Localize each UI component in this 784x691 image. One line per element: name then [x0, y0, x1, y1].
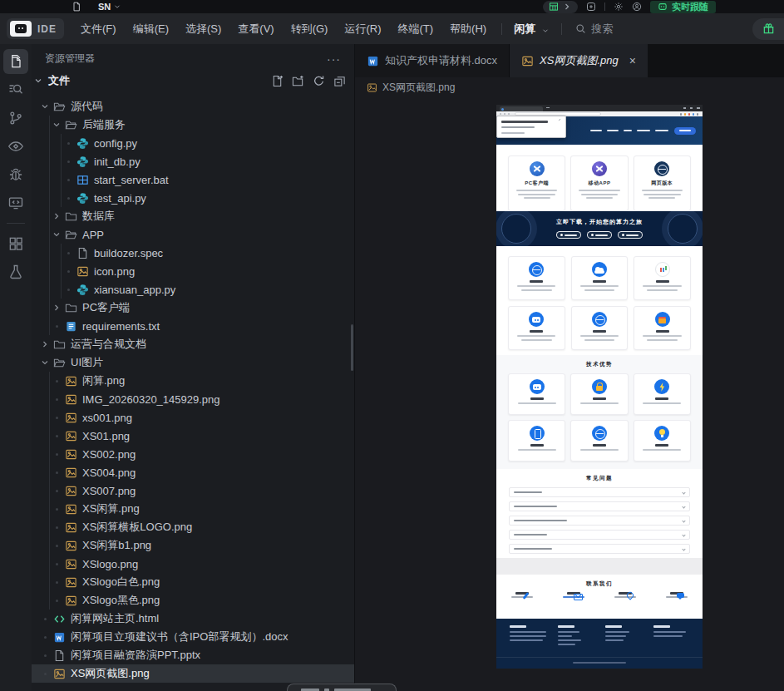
extensions-icon[interactable] — [3, 231, 28, 256]
test-flask-icon[interactable] — [3, 259, 28, 284]
menu-item-7[interactable]: 帮助(H) — [441, 18, 495, 40]
menu-item-3[interactable]: 查看(V) — [229, 18, 282, 40]
tree-item[interactable]: XS闲算.png — [32, 500, 354, 518]
search-box[interactable]: 搜索 — [569, 22, 619, 37]
project-switcher[interactable]: SN — [98, 2, 111, 12]
tree-item[interactable]: XS002.png — [32, 445, 354, 463]
feedback-plus-icon[interactable] — [586, 2, 596, 12]
tree-item[interactable]: XS网页截图.png — [32, 664, 354, 683]
floating-widget[interactable] — [287, 684, 397, 691]
more-actions-icon[interactable]: ··· — [327, 52, 341, 66]
tech-card — [508, 420, 565, 461]
tree-item[interactable]: PC客户端 — [32, 299, 354, 317]
workspace-switcher[interactable]: 闲算 — [509, 22, 555, 37]
tab-label: XS网页截图.png — [540, 53, 619, 68]
chevron-collapsed-icon[interactable] — [50, 210, 63, 223]
chevron-collapsed-icon[interactable] — [50, 301, 63, 314]
tree-item[interactable]: XS闲算横板LOGO.png — [32, 518, 354, 536]
tree-item[interactable]: buildozer.spec — [32, 244, 354, 262]
tree-item[interactable]: 闲算项目融资路演PPT.pptx — [32, 646, 354, 664]
new-folder-icon[interactable] — [292, 75, 304, 87]
tree-item[interactable]: XSlogo.png — [32, 555, 354, 573]
html-icon — [52, 612, 67, 625]
tree-item[interactable]: 后端服务 — [32, 116, 354, 134]
chevron-expanded-icon[interactable] — [50, 228, 63, 241]
tree-item[interactable]: start_server.bat — [32, 170, 354, 189]
faq-row — [509, 487, 690, 497]
tree-item-label: XS004.png — [82, 466, 136, 479]
chevron-expanded-icon[interactable] — [50, 118, 63, 131]
tech-section: 技术优势 — [496, 355, 703, 469]
tree-item[interactable]: 闲算项目立项建议书（含IPO部署规划）.docx — [32, 628, 354, 646]
collapse-all-icon[interactable] — [333, 75, 346, 87]
account-icon[interactable] — [632, 2, 642, 12]
new-file-icon[interactable] — [271, 75, 284, 87]
realtime-follow-badge[interactable]: 实时跟随 — [650, 1, 716, 13]
chevron-collapsed-icon[interactable] — [38, 338, 52, 351]
sidebar-scrollbar[interactable] — [351, 324, 353, 371]
tree-item[interactable]: UI图片 — [32, 353, 354, 372]
rewards-button[interactable] — [752, 18, 784, 40]
tree-item[interactable]: icon.png — [32, 262, 354, 280]
gear-icon[interactable] — [614, 2, 624, 12]
menu-item-6[interactable]: 终端(T) — [389, 18, 441, 40]
tree-item[interactable]: XS闲算b1.png — [32, 536, 354, 555]
folder-open-icon — [63, 228, 78, 241]
tree-item[interactable]: 运营与合规文档 — [32, 335, 354, 353]
tree-item[interactable]: test_api.py — [32, 189, 354, 207]
tech-section-title: 技术优势 — [496, 355, 703, 368]
menu-item-4[interactable]: 转到(G) — [283, 18, 337, 40]
gift-icon — [762, 22, 775, 35]
debug-icon[interactable] — [3, 162, 28, 187]
tree-item[interactable]: xs001.png — [32, 408, 354, 427]
banner-download-button — [556, 231, 581, 239]
download-card-title: PC客户端 — [509, 180, 565, 187]
tree-item[interactable]: XS007.png — [32, 481, 354, 500]
files-section-label: 文件 — [48, 73, 70, 88]
breadcrumb[interactable]: XS网页截图.png — [355, 77, 784, 97]
tree-item[interactable]: XSlogo白色.png — [32, 573, 354, 591]
tech-card — [508, 373, 565, 415]
eye-icon[interactable] — [3, 134, 28, 159]
tree-item[interactable]: XS01.png — [32, 427, 354, 445]
files-section-header[interactable]: 文件 — [32, 71, 354, 91]
tree-item[interactable]: 源代码 — [32, 97, 354, 116]
source-control-icon[interactable] — [3, 106, 28, 131]
search-icon[interactable] — [3, 77, 28, 102]
tree-item-label: xiansuan_app.py — [94, 284, 175, 296]
tree-item[interactable]: 闲算网站主页.html — [32, 610, 354, 628]
image-icon — [63, 594, 78, 607]
layout-grid-button[interactable] — [543, 1, 578, 13]
image-icon — [52, 667, 67, 680]
feature-card — [634, 306, 691, 350]
tree-item[interactable]: XS004.png — [32, 463, 354, 481]
image-icon — [63, 484, 78, 497]
app-logo[interactable]: IDE — [7, 18, 64, 39]
menu-item-5[interactable]: 运行(R) — [336, 18, 389, 40]
explorer-icon[interactable] — [3, 49, 28, 74]
browser-tab-strip — [496, 105, 703, 111]
tree-item[interactable]: requirements.txt — [32, 317, 354, 335]
refresh-icon[interactable] — [313, 75, 325, 87]
menu-item-1[interactable]: 编辑(E) — [125, 18, 177, 40]
tree-item[interactable]: 闲算.png — [32, 372, 354, 390]
menu-item-0[interactable]: 文件(F) — [72, 18, 125, 40]
tree-item[interactable]: XSlogo黑色.png — [32, 591, 354, 610]
ide-logo-label: IDE — [37, 23, 57, 35]
menu-item-2[interactable]: 选择(S) — [177, 18, 229, 40]
tree-item[interactable]: init_db.py — [32, 152, 354, 170]
tree-item[interactable]: IMG_20260320_145929.png — [32, 390, 354, 408]
chevron-expanded-icon[interactable] — [38, 100, 52, 113]
tree-item[interactable]: config.py — [32, 134, 354, 152]
feature-card — [508, 256, 565, 300]
feature-card — [571, 306, 629, 350]
tab-png[interactable]: XS网页截图.png × — [510, 44, 648, 77]
tab-docx[interactable]: 知识产权申请材料.docx — [355, 44, 510, 77]
tree-item[interactable]: xiansuan_app.py — [32, 280, 354, 299]
tree-item[interactable]: 数据库 — [32, 207, 354, 225]
close-icon[interactable]: × — [629, 55, 636, 67]
x-logo-icon — [592, 161, 607, 176]
chevron-expanded-icon[interactable] — [38, 356, 52, 369]
tree-item[interactable]: APP — [32, 225, 354, 244]
remote-window-icon[interactable] — [3, 190, 28, 215]
